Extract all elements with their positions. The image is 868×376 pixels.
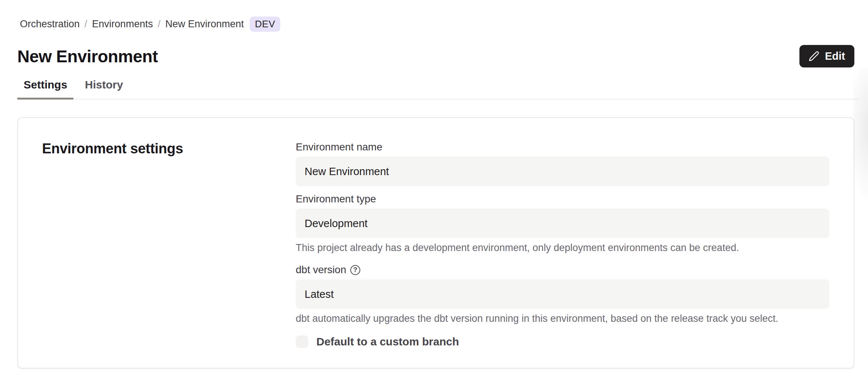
environment-type-field: Environment type Development This projec… (296, 193, 829, 254)
page-header: New Environment Edit (17, 45, 854, 67)
dbt-version-select[interactable]: Latest (296, 279, 829, 309)
dbt-version-helper-text: dbt automatically upgrades the dbt versi… (296, 313, 829, 325)
dbt-version-value: Latest (305, 288, 334, 300)
breadcrumb-item-environments[interactable]: Environments (92, 18, 153, 30)
dbt-version-label-row: dbt version ? (296, 264, 829, 276)
card-heading: Environment settings (42, 140, 296, 157)
breadcrumb-separator: / (158, 18, 161, 30)
card-heading-column: Environment settings (42, 140, 296, 368)
breadcrumb-item-orchestration[interactable]: Orchestration (20, 18, 80, 30)
edit-button[interactable]: Edit (799, 45, 854, 67)
edit-button-label: Edit (825, 50, 845, 62)
custom-branch-label: Default to a custom branch (316, 335, 459, 348)
environment-settings-card: Environment settings Environment name Ne… (17, 117, 854, 369)
card-form-column: Environment name New Environment Environ… (296, 140, 829, 368)
environment-type-value: Development (305, 217, 368, 230)
tab-history[interactable]: History (79, 77, 129, 99)
tab-bar: Settings History (17, 77, 859, 100)
environment-page: Orchestration / Environments / New Envir… (0, 17, 868, 369)
dbt-version-field: dbt version ? Latest dbt automatically u… (296, 264, 829, 325)
help-icon[interactable]: ? (350, 265, 360, 275)
environment-type-helper-text: This project already has a development e… (296, 242, 829, 254)
breadcrumb-item-new-environment[interactable]: New Environment (165, 18, 244, 30)
breadcrumb-separator: / (84, 18, 87, 30)
pencil-icon (809, 51, 819, 62)
tab-history-label: History (85, 79, 123, 91)
custom-branch-checkbox[interactable] (296, 335, 308, 348)
environment-type-label: Environment type (296, 193, 829, 205)
page-title: New Environment (17, 46, 158, 67)
tab-settings-label: Settings (24, 79, 67, 91)
environment-type-select[interactable]: Development (296, 209, 829, 238)
environment-name-value: New Environment (305, 166, 389, 178)
custom-branch-row: Default to a custom branch (296, 335, 829, 348)
environment-name-field: Environment name New Environment (296, 141, 829, 186)
tab-settings[interactable]: Settings (17, 77, 73, 99)
dbt-version-label: dbt version (296, 264, 346, 276)
breadcrumb: Orchestration / Environments / New Envir… (20, 17, 854, 32)
environment-name-input[interactable]: New Environment (296, 157, 829, 186)
environment-name-label: Environment name (296, 141, 829, 153)
dev-environment-badge: DEV (250, 17, 280, 32)
